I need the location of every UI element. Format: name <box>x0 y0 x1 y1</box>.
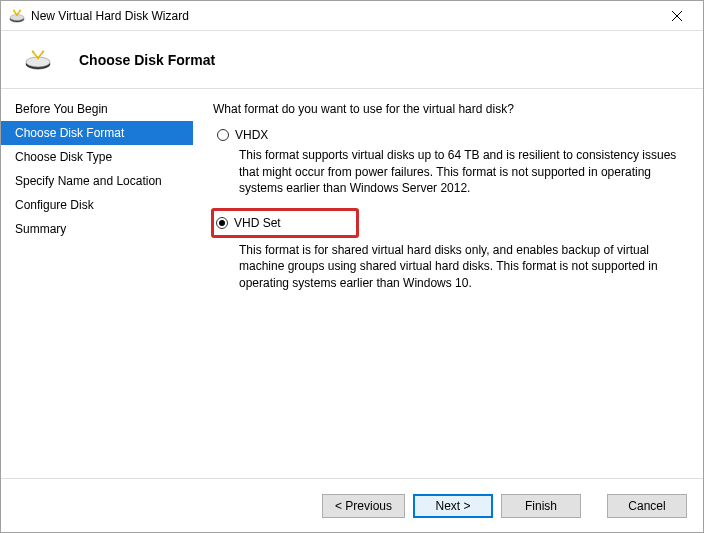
disk-icon <box>25 50 51 70</box>
next-button[interactable]: Next > <box>413 494 493 518</box>
radio-vhd-set[interactable] <box>216 217 228 229</box>
wizard-body: Before You Begin Choose Disk Format Choo… <box>1 89 703 478</box>
step-configure-disk[interactable]: Configure Disk <box>1 193 193 217</box>
radio-vhdx[interactable] <box>217 129 229 141</box>
option-vhdx: VHDX This format supports virtual disks … <box>213 127 679 196</box>
option-vhd-set: VHD Set This format is for shared virtua… <box>213 208 679 291</box>
option-vhd-set-label[interactable]: VHD Set <box>234 215 281 231</box>
svg-point-9 <box>32 50 34 52</box>
step-summary[interactable]: Summary <box>1 217 193 241</box>
option-vhdx-row[interactable]: VHDX <box>217 127 679 143</box>
svg-point-4 <box>16 14 18 16</box>
step-choose-disk-type[interactable]: Choose Disk Type <box>1 145 193 169</box>
finish-button[interactable]: Finish <box>501 494 581 518</box>
wizard-footer: < Previous Next > Finish Cancel <box>1 478 703 532</box>
question-text: What format do you want to use for the v… <box>213 101 679 117</box>
option-vhdx-label[interactable]: VHDX <box>235 127 268 143</box>
option-vhd-set-desc: This format is for shared virtual hard d… <box>239 242 679 291</box>
previous-button[interactable]: < Previous <box>322 494 405 518</box>
app-icon <box>9 8 25 24</box>
svg-point-3 <box>19 9 21 11</box>
wizard-window: New Virtual Hard Disk Wizard Choose Disk… <box>0 0 704 533</box>
option-vhdx-desc: This format supports virtual disks up to… <box>239 147 679 196</box>
step-choose-disk-format[interactable]: Choose Disk Format <box>1 121 193 145</box>
svg-point-10 <box>42 50 44 52</box>
svg-point-11 <box>37 56 39 58</box>
wizard-main: What format do you want to use for the v… <box>193 89 703 478</box>
page-title: Choose Disk Format <box>79 52 215 68</box>
close-icon <box>672 11 682 21</box>
svg-point-2 <box>13 9 15 11</box>
close-button[interactable] <box>655 2 699 30</box>
step-before-you-begin[interactable]: Before You Begin <box>1 97 193 121</box>
wizard-sidebar: Before You Begin Choose Disk Format Choo… <box>1 89 193 478</box>
cancel-button[interactable]: Cancel <box>607 494 687 518</box>
step-specify-name-location[interactable]: Specify Name and Location <box>1 169 193 193</box>
window-title: New Virtual Hard Disk Wizard <box>31 9 655 23</box>
option-vhd-set-row[interactable]: VHD Set <box>211 208 359 238</box>
titlebar: New Virtual Hard Disk Wizard <box>1 1 703 31</box>
wizard-header: Choose Disk Format <box>1 31 703 89</box>
